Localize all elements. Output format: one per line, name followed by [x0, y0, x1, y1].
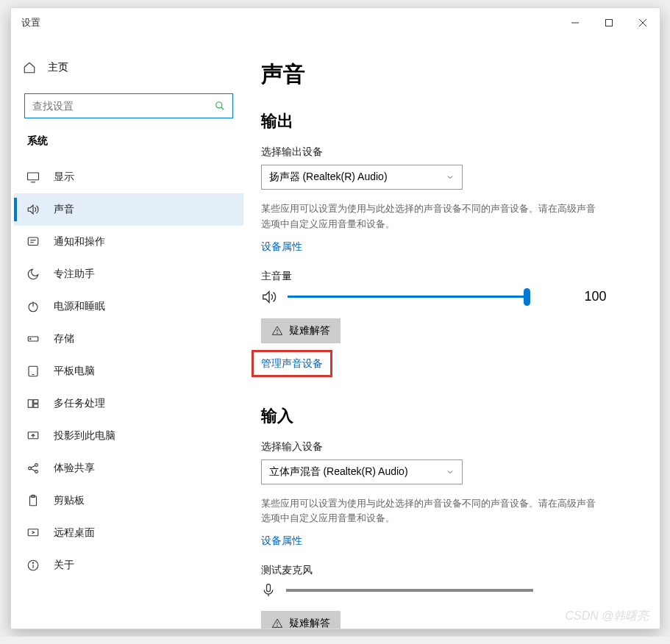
sidebar-item-project[interactable]: 投影到此电脑	[14, 420, 243, 452]
tablet-icon	[26, 364, 40, 379]
sidebar-item-display[interactable]: 显示	[14, 161, 243, 193]
sidebar-item-share[interactable]: 体验共享	[14, 452, 243, 484]
sidebar-item-label: 通知和操作	[54, 235, 105, 248]
focus-icon	[26, 267, 40, 282]
warning-icon	[271, 618, 283, 629]
output-select-label: 选择输出设备	[261, 146, 633, 159]
input-troubleshoot-button[interactable]: 疑难解答	[261, 611, 341, 629]
search-icon	[215, 101, 225, 111]
input-desc: 某些应用可以设置为使用与此处选择的声音设备不同的声音设备。请在高级声音选项中自定…	[261, 496, 599, 527]
test-mic-label: 测试麦克风	[261, 564, 633, 577]
svg-rect-19	[33, 400, 38, 404]
sidebar-item-label: 体验共享	[54, 462, 95, 475]
svg-point-23	[28, 467, 31, 470]
remote-icon	[26, 526, 40, 540]
sidebar-item-focus[interactable]: 专注助手	[14, 258, 243, 290]
input-device-select[interactable]: 立体声混音 (Realtek(R) Audio)	[261, 459, 463, 484]
troubleshoot-label: 疑难解答	[289, 324, 330, 337]
project-icon	[26, 429, 40, 443]
svg-line-26	[31, 465, 35, 468]
speaker-icon[interactable]	[261, 289, 277, 305]
input-heading: 输入	[261, 405, 633, 427]
page-title: 声音	[261, 60, 633, 90]
sidebar-item-label: 远程桌面	[54, 526, 95, 540]
manage-highlight: 管理声音设备	[252, 350, 332, 377]
input-device-value: 立体声混音 (Realtek(R) Audio)	[269, 465, 408, 479]
input-properties-link[interactable]: 设备属性	[261, 534, 302, 548]
sidebar-item-power[interactable]: 电源和睡眠	[14, 290, 243, 323]
nav-list: 显示声音通知和操作专注助手电源和睡眠存储平板电脑多任务处理投影到此电脑体验共享剪…	[14, 161, 243, 582]
content: 声音 输出 选择输出设备 扬声器 (Realtek(R) Audio) 某些应用…	[246, 37, 660, 629]
home-icon	[23, 61, 36, 74]
svg-marker-34	[263, 291, 268, 302]
mic-level-bar	[286, 589, 533, 592]
minimize-button[interactable]	[558, 8, 592, 37]
master-volume-label: 主音量	[261, 270, 633, 283]
svg-point-40	[277, 626, 277, 626]
svg-point-33	[32, 562, 33, 563]
sidebar-item-label: 投影到此电脑	[54, 429, 115, 443]
input-select-label: 选择输入设备	[261, 440, 633, 454]
power-icon	[26, 299, 40, 314]
slider-track	[288, 296, 530, 298]
search-input[interactable]	[32, 100, 215, 112]
svg-marker-8	[28, 205, 33, 214]
window-controls	[558, 8, 660, 37]
svg-point-4	[215, 102, 221, 108]
sidebar-item-notify[interactable]: 通知和操作	[14, 226, 243, 258]
output-device-value: 扬声器 (Realtek(R) Audio)	[269, 171, 388, 184]
microphone-icon	[261, 583, 276, 598]
display-icon	[26, 170, 40, 185]
sidebar-item-sound[interactable]: 声音	[14, 193, 243, 226]
svg-rect-6	[27, 173, 38, 180]
svg-point-15	[29, 338, 30, 339]
home-button[interactable]: 主页	[14, 52, 243, 83]
svg-rect-30	[28, 529, 38, 536]
warning-icon	[271, 325, 283, 337]
svg-rect-18	[28, 400, 32, 408]
volume-value: 100	[585, 289, 607, 304]
svg-point-24	[35, 464, 38, 467]
svg-rect-9	[28, 237, 38, 246]
sidebar-item-multitask[interactable]: 多任务处理	[14, 387, 243, 420]
sidebar-item-label: 显示	[54, 171, 74, 184]
chevron-down-icon	[446, 173, 455, 182]
about-icon	[26, 558, 40, 573]
sidebar-item-remote[interactable]: 远程桌面	[14, 517, 243, 549]
search-input-wrapper[interactable]	[24, 93, 233, 118]
chevron-down-icon	[446, 468, 455, 476]
sidebar-item-label: 电源和睡眠	[54, 300, 105, 313]
volume-slider[interactable]	[288, 290, 530, 304]
sidebar-item-clipboard[interactable]: 剪贴板	[14, 484, 243, 517]
svg-line-27	[31, 469, 35, 471]
sidebar-item-label: 专注助手	[54, 268, 95, 281]
output-heading: 输出	[261, 110, 633, 132]
manage-sound-devices-link[interactable]: 管理声音设备	[261, 357, 323, 371]
svg-rect-37	[266, 584, 270, 592]
sidebar-item-label: 多任务处理	[54, 397, 105, 410]
sidebar-item-label: 存储	[54, 332, 74, 346]
svg-point-25	[35, 471, 38, 473]
output-device-select[interactable]: 扬声器 (Realtek(R) Audio)	[261, 165, 463, 190]
sidebar-item-storage[interactable]: 存储	[14, 323, 243, 355]
svg-rect-1	[605, 20, 612, 26]
maximize-button[interactable]	[592, 8, 626, 37]
troubleshoot-label: 疑难解答	[289, 617, 330, 629]
multitask-icon	[26, 396, 40, 411]
sidebar: 主页 系统 显示声音通知和操作专注助手电源和睡眠存储平板电脑多任务处理投影到此电…	[11, 37, 246, 629]
svg-line-5	[221, 107, 224, 110]
slider-thumb[interactable]	[524, 288, 530, 306]
sidebar-item-label: 关于	[54, 559, 74, 572]
output-troubleshoot-button[interactable]: 疑难解答	[261, 318, 341, 343]
sidebar-item-about[interactable]: 关于	[14, 549, 243, 582]
sidebar-item-label: 平板电脑	[54, 365, 95, 378]
clipboard-icon	[26, 493, 40, 508]
sidebar-item-tablet[interactable]: 平板电脑	[14, 355, 243, 387]
output-properties-link[interactable]: 设备属性	[261, 240, 302, 254]
share-icon	[26, 461, 40, 476]
settings-window: 设置 主页 系统 显示声音通知和操作专注助手电源和睡眠存储平板电脑多任务处理投影…	[10, 7, 660, 629]
svg-rect-20	[33, 404, 38, 408]
close-button[interactable]	[626, 8, 660, 37]
titlebar: 设置	[11, 8, 660, 37]
svg-point-36	[277, 333, 277, 334]
